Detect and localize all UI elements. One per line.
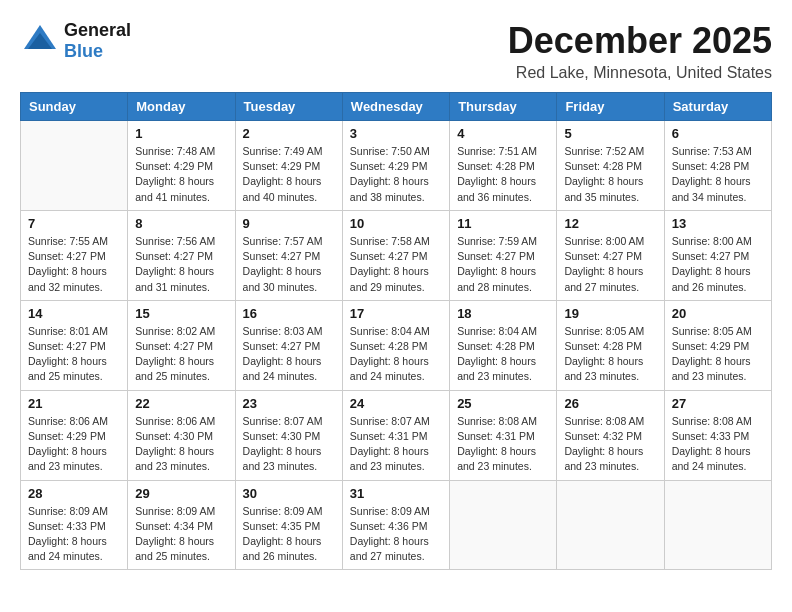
day-number: 11 — [457, 216, 549, 231]
day-info: Sunrise: 8:00 AM Sunset: 4:27 PM Dayligh… — [672, 234, 764, 295]
logo-blue: Blue — [64, 41, 131, 62]
calendar-cell: 31Sunrise: 8:09 AM Sunset: 4:36 PM Dayli… — [342, 480, 449, 570]
day-info: Sunrise: 8:09 AM Sunset: 4:35 PM Dayligh… — [243, 504, 335, 565]
day-number: 12 — [564, 216, 656, 231]
day-number: 29 — [135, 486, 227, 501]
day-number: 17 — [350, 306, 442, 321]
calendar-cell: 12Sunrise: 8:00 AM Sunset: 4:27 PM Dayli… — [557, 210, 664, 300]
day-info: Sunrise: 7:56 AM Sunset: 4:27 PM Dayligh… — [135, 234, 227, 295]
day-info: Sunrise: 8:05 AM Sunset: 4:28 PM Dayligh… — [564, 324, 656, 385]
day-number: 16 — [243, 306, 335, 321]
day-info: Sunrise: 8:04 AM Sunset: 4:28 PM Dayligh… — [350, 324, 442, 385]
logo-general: General — [64, 20, 131, 40]
day-info: Sunrise: 8:08 AM Sunset: 4:32 PM Dayligh… — [564, 414, 656, 475]
day-info: Sunrise: 7:52 AM Sunset: 4:28 PM Dayligh… — [564, 144, 656, 205]
calendar-week-3: 14Sunrise: 8:01 AM Sunset: 4:27 PM Dayli… — [21, 300, 772, 390]
day-number: 7 — [28, 216, 120, 231]
day-number: 27 — [672, 396, 764, 411]
day-info: Sunrise: 7:49 AM Sunset: 4:29 PM Dayligh… — [243, 144, 335, 205]
day-number: 5 — [564, 126, 656, 141]
calendar-cell: 22Sunrise: 8:06 AM Sunset: 4:30 PM Dayli… — [128, 390, 235, 480]
calendar-cell: 19Sunrise: 8:05 AM Sunset: 4:28 PM Dayli… — [557, 300, 664, 390]
calendar-cell — [664, 480, 771, 570]
calendar-cell: 21Sunrise: 8:06 AM Sunset: 4:29 PM Dayli… — [21, 390, 128, 480]
day-number: 15 — [135, 306, 227, 321]
calendar-table: SundayMondayTuesdayWednesdayThursdayFrid… — [20, 92, 772, 570]
title-area: December 2025 Red Lake, Minnesota, Unite… — [508, 20, 772, 82]
day-info: Sunrise: 7:53 AM Sunset: 4:28 PM Dayligh… — [672, 144, 764, 205]
calendar-cell — [557, 480, 664, 570]
calendar-cell: 8Sunrise: 7:56 AM Sunset: 4:27 PM Daylig… — [128, 210, 235, 300]
day-info: Sunrise: 8:07 AM Sunset: 4:31 PM Dayligh… — [350, 414, 442, 475]
day-number: 13 — [672, 216, 764, 231]
day-info: Sunrise: 8:01 AM Sunset: 4:27 PM Dayligh… — [28, 324, 120, 385]
calendar-cell: 29Sunrise: 8:09 AM Sunset: 4:34 PM Dayli… — [128, 480, 235, 570]
calendar-cell: 27Sunrise: 8:08 AM Sunset: 4:33 PM Dayli… — [664, 390, 771, 480]
calendar-header: SundayMondayTuesdayWednesdayThursdayFrid… — [21, 93, 772, 121]
calendar-cell: 16Sunrise: 8:03 AM Sunset: 4:27 PM Dayli… — [235, 300, 342, 390]
calendar-cell: 23Sunrise: 8:07 AM Sunset: 4:30 PM Dayli… — [235, 390, 342, 480]
calendar-cell: 13Sunrise: 8:00 AM Sunset: 4:27 PM Dayli… — [664, 210, 771, 300]
day-number: 31 — [350, 486, 442, 501]
calendar-cell: 28Sunrise: 8:09 AM Sunset: 4:33 PM Dayli… — [21, 480, 128, 570]
day-header-monday: Monday — [128, 93, 235, 121]
calendar-cell — [21, 121, 128, 211]
calendar-cell: 11Sunrise: 7:59 AM Sunset: 4:27 PM Dayli… — [450, 210, 557, 300]
day-header-thursday: Thursday — [450, 93, 557, 121]
day-number: 9 — [243, 216, 335, 231]
day-number: 18 — [457, 306, 549, 321]
day-info: Sunrise: 8:09 AM Sunset: 4:33 PM Dayligh… — [28, 504, 120, 565]
calendar-cell: 2Sunrise: 7:49 AM Sunset: 4:29 PM Daylig… — [235, 121, 342, 211]
calendar-week-4: 21Sunrise: 8:06 AM Sunset: 4:29 PM Dayli… — [21, 390, 772, 480]
day-number: 2 — [243, 126, 335, 141]
day-number: 3 — [350, 126, 442, 141]
day-info: Sunrise: 7:59 AM Sunset: 4:27 PM Dayligh… — [457, 234, 549, 295]
logo: General Blue — [20, 20, 131, 62]
location-title: Red Lake, Minnesota, United States — [508, 64, 772, 82]
day-info: Sunrise: 8:09 AM Sunset: 4:34 PM Dayligh… — [135, 504, 227, 565]
calendar-cell: 18Sunrise: 8:04 AM Sunset: 4:28 PM Dayli… — [450, 300, 557, 390]
day-number: 19 — [564, 306, 656, 321]
calendar-cell — [450, 480, 557, 570]
calendar-cell: 14Sunrise: 8:01 AM Sunset: 4:27 PM Dayli… — [21, 300, 128, 390]
calendar-body: 1Sunrise: 7:48 AM Sunset: 4:29 PM Daylig… — [21, 121, 772, 570]
calendar-cell: 26Sunrise: 8:08 AM Sunset: 4:32 PM Dayli… — [557, 390, 664, 480]
day-header-friday: Friday — [557, 93, 664, 121]
day-info: Sunrise: 8:09 AM Sunset: 4:36 PM Dayligh… — [350, 504, 442, 565]
day-number: 25 — [457, 396, 549, 411]
month-title: December 2025 — [508, 20, 772, 62]
day-info: Sunrise: 8:04 AM Sunset: 4:28 PM Dayligh… — [457, 324, 549, 385]
day-number: 1 — [135, 126, 227, 141]
day-info: Sunrise: 8:08 AM Sunset: 4:31 PM Dayligh… — [457, 414, 549, 475]
calendar-cell: 10Sunrise: 7:58 AM Sunset: 4:27 PM Dayli… — [342, 210, 449, 300]
day-number: 24 — [350, 396, 442, 411]
calendar-cell: 30Sunrise: 8:09 AM Sunset: 4:35 PM Dayli… — [235, 480, 342, 570]
day-info: Sunrise: 7:48 AM Sunset: 4:29 PM Dayligh… — [135, 144, 227, 205]
day-info: Sunrise: 7:57 AM Sunset: 4:27 PM Dayligh… — [243, 234, 335, 295]
calendar-cell: 5Sunrise: 7:52 AM Sunset: 4:28 PM Daylig… — [557, 121, 664, 211]
calendar-cell: 3Sunrise: 7:50 AM Sunset: 4:29 PM Daylig… — [342, 121, 449, 211]
calendar-cell: 9Sunrise: 7:57 AM Sunset: 4:27 PM Daylig… — [235, 210, 342, 300]
day-header-sunday: Sunday — [21, 93, 128, 121]
day-number: 20 — [672, 306, 764, 321]
calendar-cell: 25Sunrise: 8:08 AM Sunset: 4:31 PM Dayli… — [450, 390, 557, 480]
day-info: Sunrise: 8:07 AM Sunset: 4:30 PM Dayligh… — [243, 414, 335, 475]
calendar-week-1: 1Sunrise: 7:48 AM Sunset: 4:29 PM Daylig… — [21, 121, 772, 211]
day-number: 10 — [350, 216, 442, 231]
day-info: Sunrise: 7:55 AM Sunset: 4:27 PM Dayligh… — [28, 234, 120, 295]
day-number: 30 — [243, 486, 335, 501]
day-number: 22 — [135, 396, 227, 411]
day-info: Sunrise: 8:06 AM Sunset: 4:30 PM Dayligh… — [135, 414, 227, 475]
calendar-cell: 17Sunrise: 8:04 AM Sunset: 4:28 PM Dayli… — [342, 300, 449, 390]
logo-text: General Blue — [64, 20, 131, 62]
day-info: Sunrise: 8:02 AM Sunset: 4:27 PM Dayligh… — [135, 324, 227, 385]
calendar-cell: 7Sunrise: 7:55 AM Sunset: 4:27 PM Daylig… — [21, 210, 128, 300]
day-number: 6 — [672, 126, 764, 141]
day-info: Sunrise: 7:50 AM Sunset: 4:29 PM Dayligh… — [350, 144, 442, 205]
day-info: Sunrise: 8:03 AM Sunset: 4:27 PM Dayligh… — [243, 324, 335, 385]
day-info: Sunrise: 7:51 AM Sunset: 4:28 PM Dayligh… — [457, 144, 549, 205]
calendar-cell: 20Sunrise: 8:05 AM Sunset: 4:29 PM Dayli… — [664, 300, 771, 390]
calendar-week-2: 7Sunrise: 7:55 AM Sunset: 4:27 PM Daylig… — [21, 210, 772, 300]
day-info: Sunrise: 8:05 AM Sunset: 4:29 PM Dayligh… — [672, 324, 764, 385]
day-number: 21 — [28, 396, 120, 411]
